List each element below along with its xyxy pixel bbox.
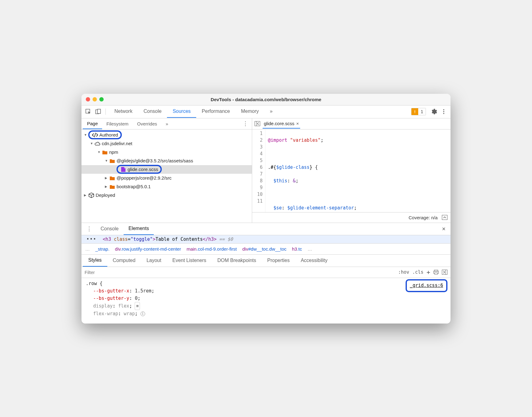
panel-tabs: Network Console Sources Performance Memo…: [109, 105, 410, 118]
new-style-rule-icon[interactable]: +: [427, 268, 430, 276]
styles-tab-properties[interactable]: Properties: [262, 255, 295, 266]
drawer: ⋮ Console Elements × ••• <h3 class="togg…: [81, 223, 451, 324]
css-decl[interactable]: display: flex; ▦: [93, 302, 446, 310]
crumb-row[interactable]: div.row.justify-content-md-center: [115, 246, 181, 252]
more-tabs-icon[interactable]: »: [264, 105, 278, 118]
tree-glide-file[interactable]: glide.core.scss: [81, 165, 252, 174]
nav-tab-overrides[interactable]: Overrides: [133, 119, 161, 129]
crumb-strap[interactable]: _strap.: [95, 246, 109, 252]
coverage-label: Coverage: n/a: [409, 215, 438, 220]
settings-icon[interactable]: [430, 107, 438, 116]
tree-popper-label: @popperjs/core@2.9.2/src: [117, 175, 172, 181]
computed-sidebar-icon[interactable]: [442, 270, 447, 275]
drawer-tabs: ⋮ Console Elements ×: [81, 223, 451, 235]
tree-glide-folder[interactable]: ▼ @glidejs/glide@3.5.2/src/assets/sass: [81, 157, 252, 165]
styles-tab-computed[interactable]: Computed: [107, 255, 141, 266]
cls-toggle[interactable]: .cls: [412, 269, 423, 275]
editor-file-tab[interactable]: glide.core.scss ×: [263, 119, 300, 129]
nav-tab-page[interactable]: Page: [83, 118, 102, 129]
flex-badge-icon[interactable]: ▦: [135, 302, 140, 310]
editor-file-name: glide.core.scss: [264, 121, 294, 126]
devtools-window: DevTools - datacadamia.com/web/browser/c…: [81, 94, 451, 324]
elements-selected-row[interactable]: ••• <h3 class="toggle">Table of Contents…: [81, 235, 451, 244]
drawer-tab-elements[interactable]: Elements: [124, 223, 154, 235]
folder-icon: [102, 150, 108, 154]
tree-authored[interactable]: ▼ Authored: [81, 131, 252, 139]
warnings-badge[interactable]: ! 1: [411, 108, 426, 115]
tab-sources[interactable]: Sources: [167, 105, 196, 118]
styles-filter-input[interactable]: [85, 270, 395, 275]
crumb-toc[interactable]: div#dw__toc.dw__toc: [242, 246, 286, 252]
crumb-ellipsis-right[interactable]: …: [308, 246, 312, 252]
glide-file-highlight: glide.core.scss: [117, 165, 162, 174]
tree-popper-folder[interactable]: ▶ @popperjs/core@2.9.2/src: [81, 174, 252, 182]
expand-element-icon[interactable]: •••: [86, 236, 97, 242]
tree-bootstrap-folder[interactable]: ▶ bootstrap@5.0.1: [81, 182, 252, 191]
tree-deployed[interactable]: ▶ Deployed: [81, 191, 252, 200]
hov-toggle[interactable]: :hov: [398, 269, 409, 275]
sources-navigator: Page Filesystem Overrides » ⋮ ▼ Authored…: [81, 118, 252, 223]
crumb-h3[interactable]: h3.tc: [292, 246, 302, 252]
folder-icon: [109, 159, 115, 163]
collapse-panel-icon[interactable]: [442, 215, 447, 220]
styles-tab-styles[interactable]: Styles: [83, 254, 107, 267]
kebab-menu-icon[interactable]: [439, 107, 448, 116]
crumb-ellipsis-left[interactable]: …: [85, 246, 90, 252]
window-title: DevTools - datacadamia.com/web/browser/c…: [85, 97, 447, 102]
folder-icon: [109, 185, 115, 189]
navigator-kebab-icon[interactable]: ⋮: [240, 119, 251, 128]
tree-glide-file-label: glide.core.scss: [128, 167, 158, 172]
code-area[interactable]: 1234567891011 @import "variables"; .#{$g…: [252, 129, 451, 212]
tree-glide-folder-label: @glidejs/glide@3.5.2/src/assets/sass: [117, 158, 193, 163]
styles-tab-accessibility[interactable]: Accessibility: [295, 255, 333, 266]
svg-point-5: [443, 113, 444, 114]
close-window-button[interactable]: [86, 97, 90, 101]
styles-filter-bar: :hov .cls +: [81, 267, 451, 278]
css-decl[interactable]: flex-wrap: wrap; i: [93, 310, 446, 317]
minimize-window-button[interactable]: [93, 97, 97, 101]
css-decl[interactable]: --bs-gutter-y: 0;: [93, 295, 446, 302]
file-icon: [120, 167, 126, 172]
tab-network[interactable]: Network: [109, 105, 138, 118]
drawer-tab-console[interactable]: Console: [96, 223, 124, 235]
tree-bootstrap-label: bootstrap@5.0.1: [117, 184, 151, 189]
svg-rect-2: [97, 109, 101, 113]
tree-cdn-label: cdn.jsdelivr.net: [102, 141, 132, 146]
show-navigator-icon[interactable]: [255, 121, 260, 126]
styles-body: _grid.scss:6 .row { --bs-gutter-x: 1.5re…: [81, 278, 451, 324]
close-tab-icon[interactable]: ×: [296, 121, 299, 126]
styles-tab-dom-breakpoints[interactable]: DOM Breakpoints: [212, 255, 262, 266]
line-gutter: 1234567891011: [252, 129, 265, 212]
styles-tab-event-listeners[interactable]: Event Listeners: [167, 255, 212, 266]
warnings-count: 1: [418, 108, 426, 115]
navigator-tabs: Page Filesystem Overrides » ⋮: [81, 118, 252, 129]
drawer-close-icon[interactable]: ×: [439, 224, 448, 234]
tab-console[interactable]: Console: [138, 105, 167, 118]
source-link-text[interactable]: _grid.scss:6: [410, 283, 443, 288]
crumb-main[interactable]: main.col-md-9.order-first: [187, 246, 237, 252]
element-html: <h3 class="toggle">Table of Contents</h3…: [103, 236, 216, 242]
cloud-icon: [94, 141, 101, 146]
css-decl[interactable]: --bs-gutter-x: 1.5rem;: [93, 287, 446, 295]
tab-memory[interactable]: Memory: [236, 105, 264, 118]
inspect-element-icon[interactable]: [84, 107, 93, 116]
device-toolbar-icon[interactable]: [94, 107, 102, 116]
authored-highlight: Authored: [88, 130, 122, 139]
svg-point-3: [443, 109, 444, 110]
code-content: @import "variables"; .#{$glide-class} { …: [265, 129, 362, 212]
sources-panel: Page Filesystem Overrides » ⋮ ▼ Authored…: [81, 118, 451, 223]
print-media-icon[interactable]: [433, 270, 439, 275]
tree-npm[interactable]: ▼ npm: [81, 148, 252, 157]
nav-tab-filesystem[interactable]: Filesystem: [102, 119, 133, 129]
tab-performance[interactable]: Performance: [196, 105, 236, 118]
editor-tabs: glide.core.scss ×: [252, 118, 451, 129]
styles-tab-layout[interactable]: Layout: [141, 255, 167, 266]
nav-more-tabs-icon[interactable]: »: [161, 119, 173, 129]
css-selector[interactable]: .row {: [86, 280, 446, 287]
drawer-kebab-icon[interactable]: ⋮: [84, 224, 94, 233]
styles-tabs: Styles Computed Layout Event Listeners D…: [81, 255, 451, 267]
coverage-bar: Coverage: n/a: [252, 212, 451, 223]
maximize-window-button[interactable]: [99, 97, 104, 101]
info-icon[interactable]: i: [141, 312, 145, 316]
tree-cdn[interactable]: ▼ cdn.jsdelivr.net: [81, 139, 252, 148]
